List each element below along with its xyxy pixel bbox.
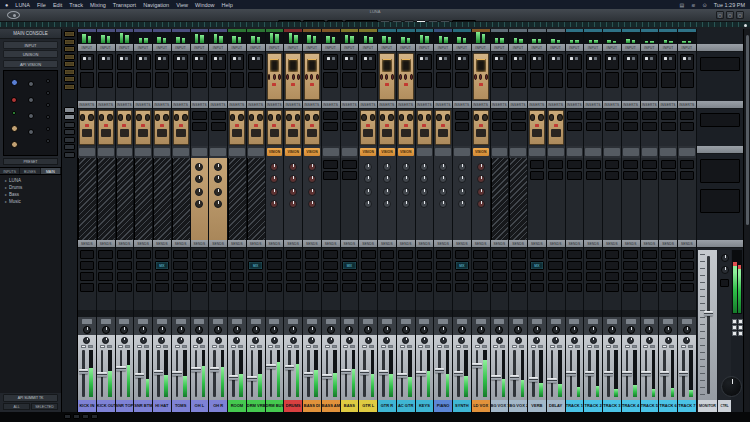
fader-track[interactable]	[120, 350, 123, 397]
eq-header-chip[interactable]	[454, 148, 470, 156]
unison-tag[interactable]: VISION	[285, 148, 301, 156]
send-slot[interactable]	[398, 283, 413, 292]
pan-knob[interactable]	[195, 326, 203, 334]
module-red-button[interactable]	[122, 124, 126, 127]
send-slot[interactable]	[117, 261, 132, 270]
insert-slot[interactable]	[342, 72, 357, 88]
insert-slot[interactable]	[511, 111, 526, 120]
trim-knob[interactable]	[327, 337, 334, 344]
send-slot[interactable]	[492, 272, 507, 281]
eq-knob[interactable]	[383, 188, 391, 196]
slot-button[interactable]	[420, 57, 423, 60]
module-knob[interactable]	[418, 114, 423, 121]
solo-button[interactable]	[444, 345, 449, 349]
eq-empty-slot[interactable]	[323, 171, 338, 180]
eq-empty-slot[interactable]	[680, 160, 695, 169]
send-slot[interactable]	[680, 272, 695, 281]
fader-track[interactable]	[138, 350, 141, 397]
fader-cap[interactable]	[416, 371, 426, 376]
send-slot[interactable]	[530, 283, 545, 292]
module-red-button[interactable]	[141, 124, 145, 127]
trim-knob[interactable]	[590, 337, 597, 344]
channel-name-label[interactable]: BG VOX 2	[509, 400, 527, 412]
mute-button[interactable]	[287, 345, 292, 349]
menu-item-mixing[interactable]: Mixing	[90, 2, 106, 8]
send-slot[interactable]	[80, 261, 95, 270]
send-slot[interactable]	[511, 261, 526, 270]
eq-header-chip[interactable]	[492, 148, 508, 156]
eq-empty-slot[interactable]	[342, 171, 357, 180]
monitor-button[interactable]	[738, 319, 743, 324]
unison-row-toggle[interactable]	[64, 54, 75, 60]
insert-slot[interactable]	[361, 72, 376, 88]
eq-header-chip[interactable]	[79, 148, 95, 156]
send-slot[interactable]	[80, 272, 95, 281]
menu-item-view[interactable]: View	[176, 2, 188, 8]
send-slot[interactable]	[173, 250, 188, 259]
fader-cap[interactable]	[491, 375, 501, 380]
channel-name-label[interactable]: BG VOX 1	[491, 400, 509, 412]
channel-name-label[interactable]: DELAY	[547, 400, 565, 412]
fader-track[interactable]	[663, 350, 666, 397]
module-knob[interactable]	[99, 114, 104, 121]
send-slot[interactable]	[98, 272, 113, 281]
preamp-knob[interactable]	[391, 74, 394, 80]
insert-slot[interactable]	[211, 111, 226, 120]
preamp-red-button[interactable]	[291, 83, 295, 86]
fader-cap[interactable]	[679, 371, 689, 376]
send-slot[interactable]	[436, 261, 451, 270]
send-slot[interactable]	[305, 283, 320, 292]
fader-cap[interactable]	[116, 366, 126, 371]
monitor-button[interactable]	[732, 331, 737, 336]
fader-track[interactable]	[645, 350, 648, 397]
unison-preamp-module[interactable]	[473, 53, 489, 100]
insert-slot[interactable]	[567, 54, 582, 70]
tree-item-luna[interactable]: ▸LUNA	[0, 177, 61, 184]
send-slot[interactable]	[680, 250, 695, 259]
send-slot[interactable]	[323, 261, 338, 270]
send-slot[interactable]	[80, 250, 95, 259]
eq-knob[interactable]	[364, 175, 372, 183]
channel-name-label[interactable]: TRACK 6	[659, 400, 677, 412]
send-slot[interactable]	[380, 283, 395, 292]
fader-cap[interactable]	[547, 378, 557, 383]
phones-knob[interactable]	[721, 266, 729, 274]
pan-knob[interactable]	[552, 326, 560, 334]
automation-mode-box[interactable]	[269, 319, 279, 324]
mute-button[interactable]	[475, 345, 480, 349]
eq-module[interactable]	[228, 158, 246, 240]
mute-button[interactable]	[400, 345, 405, 349]
slot-button[interactable]	[425, 57, 428, 60]
eq-module[interactable]	[266, 158, 284, 240]
eq-empty-slot[interactable]	[530, 160, 545, 169]
window-control-button[interactable]: ▢	[736, 11, 744, 19]
send-slot[interactable]	[192, 272, 207, 281]
automation-mode-box[interactable]	[82, 319, 92, 324]
send-slot[interactable]	[548, 250, 563, 259]
insert-slot[interactable]	[623, 72, 638, 88]
eq-header-chip[interactable]	[192, 148, 208, 156]
automation-mode-box[interactable]	[569, 319, 579, 324]
module-slot[interactable]	[532, 129, 542, 137]
eq-knob[interactable]	[195, 163, 203, 171]
send-slot[interactable]	[173, 272, 188, 281]
module-slot[interactable]	[176, 129, 186, 137]
insert-slot[interactable]	[417, 72, 432, 88]
send-slot[interactable]	[455, 272, 470, 281]
eq-module[interactable]	[153, 158, 171, 240]
eq-module[interactable]	[247, 158, 265, 240]
insert-slot[interactable]	[192, 111, 207, 120]
view-option-button[interactable]	[91, 414, 98, 419]
insert-slot[interactable]	[642, 111, 657, 120]
insert-slot[interactable]	[605, 72, 620, 88]
send-slot[interactable]	[586, 272, 601, 281]
pan-knob[interactable]	[177, 326, 185, 334]
tab-buses[interactable]: BUSES	[20, 168, 40, 174]
send-slot[interactable]	[642, 272, 657, 281]
channel-name-label[interactable]: SNR BTM	[134, 400, 152, 412]
mute-button[interactable]	[587, 345, 592, 349]
eq-module[interactable]	[378, 158, 396, 240]
eq-module[interactable]	[209, 158, 227, 240]
talkback-slot[interactable]	[720, 279, 729, 287]
solo-button[interactable]	[125, 345, 130, 349]
